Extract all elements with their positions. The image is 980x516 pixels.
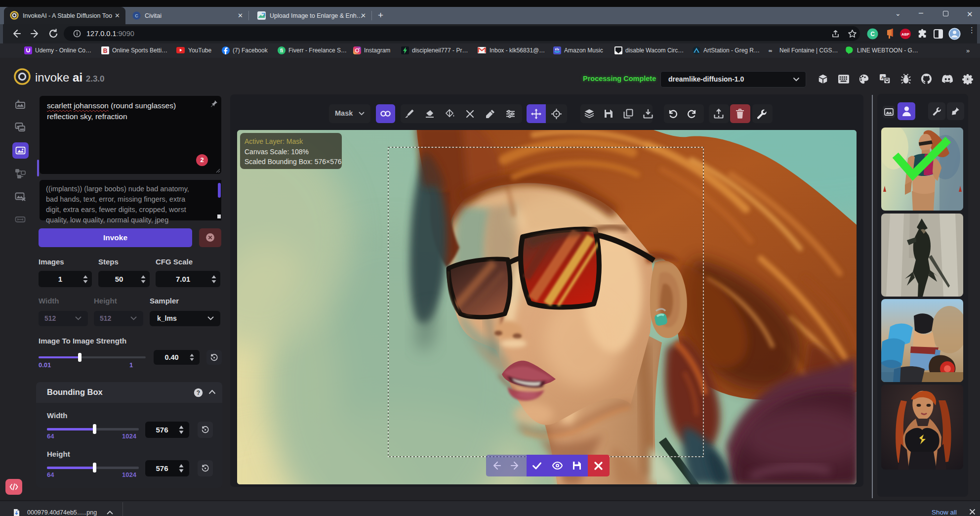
svg-text:C: C [870,31,875,38]
svg-text:A: A [17,99,20,104]
svg-text:?: ? [197,389,200,396]
svg-text:C: C [135,13,138,18]
svg-text:ABP: ABP [901,32,909,37]
